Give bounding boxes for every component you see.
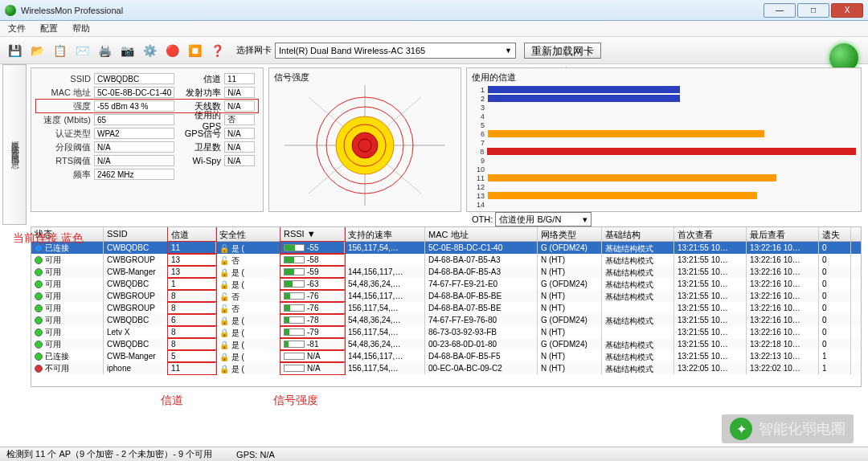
- maximize-button[interactable]: □: [797, 3, 829, 18]
- sat-value: N/A: [224, 141, 255, 153]
- frag-value: N/A: [94, 141, 174, 153]
- txpower-label: 发射功率: [179, 87, 221, 99]
- chevron-down-icon: ▼: [505, 47, 512, 55]
- window-title: WirelessMon Professional: [21, 6, 764, 15]
- close-button[interactable]: X: [831, 3, 863, 18]
- rts-label: RTS阈值: [36, 155, 91, 167]
- menu-config[interactable]: 配置: [40, 22, 58, 35]
- annotation-channel-col: 信道: [161, 394, 183, 408]
- nic-value: Intel(R) Dual Band Wireless-AC 3165: [279, 46, 425, 55]
- freq-value: 2462 MHz: [94, 169, 174, 180]
- wispy-label: Wi-Spy: [179, 156, 221, 165]
- auth-value: WPA2: [94, 128, 174, 139]
- radar-panel: 信号强度: [268, 67, 461, 212]
- table-row[interactable]: 可用CWBQDBC1🔒 是 (-6354,48,36,24,…74-67-F7-…: [31, 278, 861, 290]
- toolbar: 💾 📂 📋 ✉️ 🖨️ 📷 ⚙️ 🔴 ⏹️ ❓ 选择网卡 Intel(R) Du…: [0, 37, 868, 64]
- speed-value: 65: [94, 114, 174, 125]
- table-row[interactable]: 可用CWBQDBC6🔒 是 (-7854,48,36,24,…74-67-F7-…: [31, 314, 861, 326]
- nic-select[interactable]: Intel(R) Dual Band Wireless-AC 3165 ▼: [275, 43, 516, 59]
- speed-label: 速度 (Mbits): [36, 114, 91, 126]
- channel-oth: OTH: 信道使用 B/G/N ▾: [472, 212, 856, 226]
- stop-icon[interactable]: ⏹️: [185, 41, 204, 60]
- print-icon[interactable]: 🖨️: [95, 41, 114, 60]
- channel-bars: 1234567891011121314: [472, 85, 856, 209]
- snapshot-icon[interactable]: 📷: [117, 41, 137, 60]
- nic-label: 选择网卡: [236, 44, 272, 56]
- gps-value: 否: [224, 114, 255, 125]
- wispy-value: N/A: [224, 155, 255, 166]
- strength-label: 强度: [36, 100, 91, 112]
- table-row[interactable]: 可用Letv X8🔒 是 (-79156,117,54,…86-73-03-92…: [31, 326, 861, 338]
- table-row[interactable]: 可用CWB-Manger13🔒 是 (-59144,156,117,…D4-68…: [31, 266, 861, 278]
- footer-brand: ✦ 智能化弱电圈: [722, 414, 854, 443]
- annotation-rssi-col: 信号强度: [273, 394, 318, 408]
- rts-value: N/A: [94, 155, 174, 166]
- sat-label: 卫星数: [179, 141, 221, 153]
- radar-chart: [274, 85, 456, 206]
- info-panel: SSIDCWBQDBC信道11 MAC 地址5C-0E-8B-DC-C1-40发…: [31, 67, 264, 212]
- minimize-button[interactable]: —: [764, 3, 796, 18]
- window-titlebar: WirelessMon Professional — □ X: [0, 0, 868, 21]
- ssid-label: SSID: [36, 74, 91, 84]
- chevron-down-icon: ▾: [583, 214, 588, 225]
- ap-table-body: 已连接CWBQDBC11🔓 是 (-55156,117,54,…5C-0E-8B…: [31, 242, 861, 374]
- open-icon[interactable]: 📂: [27, 41, 47, 60]
- app-icon: [5, 5, 16, 16]
- channels-title: 使用的信道: [472, 71, 856, 84]
- reload-nic-button[interactable]: 重新加载网卡: [524, 43, 601, 59]
- menu-help[interactable]: 帮助: [72, 22, 90, 35]
- wechat-icon: ✦: [730, 418, 752, 440]
- settings-icon[interactable]: ⚙️: [140, 41, 159, 60]
- menu-file[interactable]: 文件: [8, 22, 26, 35]
- save-icon[interactable]: 💾: [5, 41, 24, 60]
- help-icon[interactable]: ❓: [207, 41, 227, 60]
- mac-label: MAC 地址: [36, 87, 91, 99]
- table-row[interactable]: 已连接CWB-Manger5🔒 是 (N/A144,156,117,…D4-68…: [31, 350, 861, 362]
- gpssig-label: GPS信号: [179, 128, 221, 140]
- frag-label: 分段阈值: [36, 141, 91, 153]
- mail-icon[interactable]: ✉️: [72, 41, 92, 60]
- ant-value: N/A: [224, 100, 255, 112]
- freq-label: 频率: [36, 169, 91, 181]
- menu-bar: 文件 配置 帮助: [0, 21, 868, 37]
- copy-icon[interactable]: 📋: [50, 41, 69, 60]
- ap-table-header[interactable]: 状态SSID信道安全性RSSI ▼支持的速率MAC 地址网络类型基础结构首次查看…: [31, 227, 861, 242]
- txpower-value: N/A: [224, 87, 255, 98]
- table-row[interactable]: 可用CWBQDBC8🔒 是 (-8154,48,36,24,…00-23-68-…: [31, 338, 861, 350]
- table-row[interactable]: 不可用iphone11🔒 是 (N/A156,117,54,…00-EC-0A-…: [31, 362, 861, 374]
- main-panels: SSIDCWBQDBC信道11 MAC 地址5C-0E-8B-DC-C1-40发…: [0, 64, 868, 225]
- channel-value: 11: [224, 73, 255, 84]
- svg-point-8: [352, 133, 378, 158]
- status-gps: GPS: N/A: [236, 450, 275, 459]
- ap-table: 状态SSID信道安全性RSSI ▼支持的速率MAC 地址网络类型基础结构首次查看…: [31, 226, 862, 387]
- table-row[interactable]: 已连接CWBQDBC11🔓 是 (-55156,117,54,…5C-0E-8B…: [31, 242, 861, 254]
- ssid-value: CWBQDBC: [94, 73, 174, 84]
- channel-label: 信道: [179, 73, 221, 85]
- mac-value: 5C-0E-8B-DC-C1-40: [94, 87, 174, 98]
- table-row[interactable]: 可用CWBGROUP8🔓 否-76144,156,117,…D4-68-BA-0…: [31, 290, 861, 302]
- table-row[interactable]: 可用CWBGROUP8🔓 否-76156,117,54,…D4-68-BA-07…: [31, 302, 861, 314]
- status-ap-count: 检测到 11 个 AP（9 个加密 - 2 个未加密）- 9 个可用: [6, 448, 212, 460]
- auth-label: 认证类型: [36, 128, 91, 140]
- radar-title: 信号强度: [274, 71, 456, 84]
- record-icon[interactable]: 🔴: [162, 41, 182, 60]
- window-buttons: — □ X: [764, 3, 863, 18]
- channel-mode-select[interactable]: 信道使用 B/G/N ▾: [495, 212, 592, 226]
- status-bar: 检测到 11 个 AP（9 个加密 - 2 个未加密）- 9 个可用 GPS: …: [0, 447, 868, 461]
- table-row[interactable]: 可用CWBGROUP13🔓 否-58D4-68-BA-07-B5-A3N (HT…: [31, 254, 861, 266]
- gpssig-value: N/A: [224, 128, 255, 139]
- channels-panel: 使用的信道 1234567891011121314 OTH: 信道使用 B/G/…: [466, 67, 862, 212]
- strength-value: -55 dBm 43 %: [94, 100, 174, 112]
